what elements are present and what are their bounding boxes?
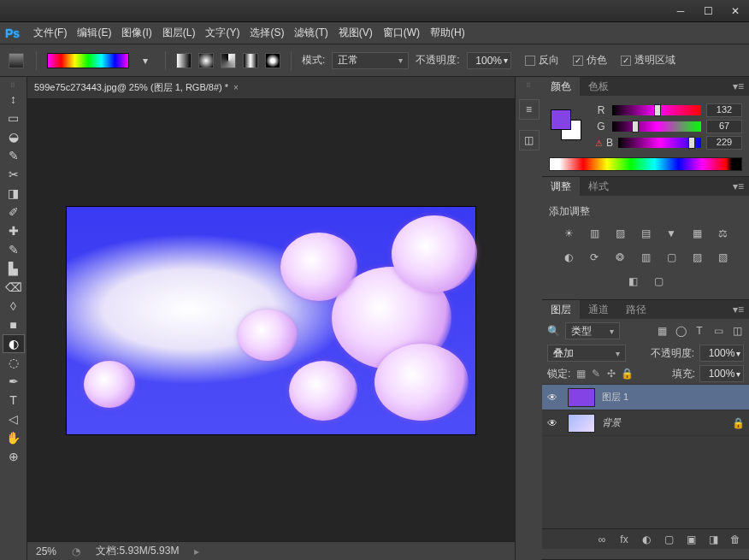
tool-15[interactable]: ✒: [3, 372, 25, 391]
layer-opacity-input[interactable]: 100%: [699, 345, 744, 362]
tool-0[interactable]: ↕: [3, 90, 25, 109]
layer-thumbnail[interactable]: [568, 414, 595, 433]
tab-swatches[interactable]: 色板: [580, 77, 617, 96]
layer-filter-icon-4[interactable]: ◫: [730, 324, 744, 338]
b-slider[interactable]: [618, 138, 701, 148]
adjustment-icon-5[interactable]: ▦: [688, 226, 705, 241]
tab-layers[interactable]: 图层: [542, 300, 580, 319]
status-icon[interactable]: ◔: [72, 545, 80, 557]
tool-8[interactable]: ✎: [3, 240, 25, 259]
visibility-toggle-icon[interactable]: 👁: [547, 392, 561, 404]
layer-filter-icon-1[interactable]: ◯: [674, 324, 687, 338]
filter-icon[interactable]: 🔍: [547, 325, 560, 337]
layers-bottom-icon-4[interactable]: ▣: [684, 533, 698, 546]
layer-filter-type-dropdown[interactable]: 类型: [565, 322, 620, 339]
layer-filter-icon-2[interactable]: T: [693, 324, 706, 338]
adjustment-icon-11[interactable]: ▢: [663, 250, 680, 265]
layers-bottom-icon-3[interactable]: ▢: [662, 533, 675, 546]
zoom-level[interactable]: 25%: [36, 545, 56, 557]
adjustment-icon-2[interactable]: ▨: [611, 226, 628, 241]
tool-10[interactable]: ⌫: [3, 278, 25, 297]
gamut-warning-icon[interactable]: ⚠: [595, 139, 603, 148]
tab-channels[interactable]: 通道: [580, 300, 617, 319]
dock-grip-icon[interactable]: ⠿: [526, 82, 533, 89]
tab-styles[interactable]: 样式: [580, 177, 617, 196]
adjustment-icon-4[interactable]: ▼: [663, 226, 680, 241]
adjustment-icon-3[interactable]: ▤: [637, 226, 654, 241]
tool-4[interactable]: ✂: [3, 165, 25, 184]
layer-thumbnail[interactable]: [568, 388, 595, 407]
lock-icon-3[interactable]: 🔒: [621, 368, 633, 380]
layer-filter-icon-3[interactable]: ▭: [711, 324, 725, 338]
layers-panel-menu-icon[interactable]: ▾≡: [733, 304, 744, 315]
adjust-panel-menu-icon[interactable]: ▾≡: [733, 180, 744, 192]
menu-edit[interactable]: 编辑(E): [77, 26, 111, 40]
close-button[interactable]: ✕: [723, 3, 747, 19]
lock-icon-0[interactable]: ▦: [575, 368, 587, 380]
tool-1[interactable]: ▭: [3, 109, 25, 127]
tool-14[interactable]: ◌: [3, 353, 25, 372]
lock-icon-2[interactable]: ✣: [605, 368, 617, 380]
menu-layer[interactable]: 图层(L): [162, 26, 196, 40]
close-tab-icon[interactable]: ×: [233, 83, 239, 92]
layer-blend-mode-dropdown[interactable]: 叠加: [547, 345, 626, 362]
tool-6[interactable]: ✐: [3, 203, 25, 221]
history-dock-icon[interactable]: ≡: [519, 99, 540, 120]
tab-paths[interactable]: 路径: [617, 300, 655, 319]
minimize-button[interactable]: ─: [669, 3, 693, 19]
tool-9[interactable]: ▙: [3, 259, 25, 278]
tool-18[interactable]: ✋: [3, 428, 25, 447]
gradient-tool-icon[interactable]: [7, 52, 26, 69]
layer-name[interactable]: 背景: [602, 416, 725, 429]
visibility-toggle-icon[interactable]: 👁: [547, 417, 561, 429]
reverse-checkbox[interactable]: 反向: [525, 53, 559, 68]
layer-name[interactable]: 图层 1: [602, 391, 744, 404]
properties-dock-icon[interactable]: ◫: [519, 130, 540, 150]
adjustment-icon-9[interactable]: ❂: [611, 250, 628, 265]
menu-view[interactable]: 视图(V): [339, 26, 373, 40]
menu-file[interactable]: 文件(F): [33, 26, 67, 40]
document-canvas[interactable]: [67, 207, 475, 434]
menu-select[interactable]: 选择(S): [250, 26, 284, 40]
layers-bottom-icon-6[interactable]: 🗑: [728, 533, 742, 546]
tool-17[interactable]: ◁: [3, 410, 25, 428]
layers-bottom-icon-0[interactable]: ∞: [595, 533, 609, 546]
adjustment-icon-0[interactable]: ☀: [560, 226, 577, 241]
lock-icon-1[interactable]: ✎: [590, 368, 602, 380]
menu-window[interactable]: 窗口(W): [383, 26, 420, 40]
gradient-radial-icon[interactable]: [198, 53, 214, 68]
color-panel-menu-icon[interactable]: ▾≡: [733, 80, 744, 92]
r-slider[interactable]: [612, 105, 701, 115]
adjustment-icon-12[interactable]: ▨: [688, 250, 705, 265]
opacity-input[interactable]: 100%: [467, 52, 511, 69]
gradient-picker-arrow-icon[interactable]: ▾: [136, 52, 155, 69]
tool-5[interactable]: ◨: [3, 184, 25, 203]
foreground-color-swatch[interactable]: [551, 109, 571, 130]
status-arrow-icon[interactable]: ▸: [194, 545, 199, 557]
layers-bottom-icon-5[interactable]: ◨: [706, 533, 720, 546]
gradient-angle-icon[interactable]: [221, 53, 236, 68]
adjustment-icon-14[interactable]: ◧: [624, 274, 641, 289]
g-value-input[interactable]: 67: [706, 120, 742, 133]
document-tab[interactable]: 599e75c273443.jpg@ 25% (图层 1, RGB/8#) * …: [34, 81, 239, 94]
tab-color[interactable]: 颜色: [542, 77, 580, 96]
gradient-diamond-icon[interactable]: [265, 53, 280, 68]
menu-image[interactable]: 图像(I): [121, 26, 151, 40]
panel-grip-icon[interactable]: ⠿: [10, 82, 17, 89]
b-value-input[interactable]: 229: [706, 136, 742, 150]
foreground-background-swatch[interactable]: [549, 108, 587, 145]
dither-checkbox[interactable]: 仿色: [573, 53, 607, 68]
tool-12[interactable]: ■: [3, 315, 25, 334]
adjustment-icon-10[interactable]: ▥: [637, 250, 654, 265]
gradient-preview[interactable]: [47, 53, 129, 68]
tool-3[interactable]: ✎: [3, 146, 25, 165]
g-slider[interactable]: [612, 121, 701, 132]
adjustment-icon-1[interactable]: ▥: [586, 226, 603, 241]
layer-item-1[interactable]: 👁背景🔒: [542, 410, 749, 436]
layers-empty-area[interactable]: [542, 436, 749, 528]
tool-11[interactable]: ◊: [3, 297, 25, 315]
layers-bottom-icon-1[interactable]: fx: [617, 533, 631, 546]
canvas-area[interactable]: [27, 99, 515, 541]
tool-16[interactable]: T: [3, 391, 25, 410]
tool-13[interactable]: ◐: [3, 334, 25, 353]
